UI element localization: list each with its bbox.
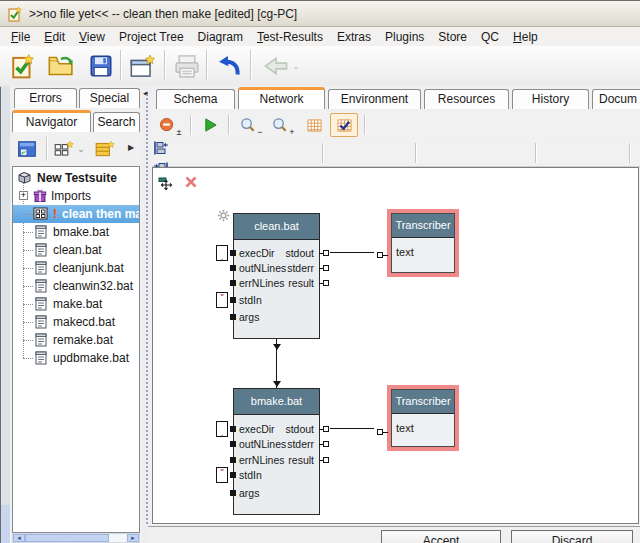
run-button[interactable] — [196, 113, 224, 137]
port-label[interactable]: errNLines — [239, 276, 285, 290]
tree-item-clean[interactable]: clean.bat — [13, 241, 139, 259]
input-port-square[interactable] — [230, 314, 236, 320]
node-clean-bat[interactable]: clean.bat execDirstdout outNLinesstderr … — [233, 213, 320, 339]
remove-minus-button[interactable]: ± — [154, 113, 186, 137]
panel-splitter[interactable]: ◂ — [142, 86, 152, 543]
scrollbar-thumb[interactable]: ··· — [25, 534, 109, 542]
port-label[interactable]: text — [396, 422, 414, 434]
menu-help[interactable]: Help — [506, 28, 545, 46]
reposition-icon[interactable] — [158, 176, 175, 192]
port-label[interactable]: errNLines — [239, 453, 285, 467]
network-diagram-canvas[interactable]: clean.bat execDirstdout outNLinesstderr … — [152, 167, 639, 524]
output-port-square[interactable] — [323, 250, 329, 256]
tab-search[interactable]: Search — [93, 112, 140, 132]
tree-item-makecd[interactable]: makecd.bat — [13, 313, 139, 331]
input-port-square[interactable] — [230, 280, 236, 286]
port-label[interactable]: stdout — [285, 422, 314, 436]
new-testsuite-button[interactable] — [6, 49, 40, 82]
back-button[interactable]: ⌄ — [258, 49, 304, 82]
tab-history[interactable]: History — [512, 89, 589, 109]
connection-stdout-text[interactable] — [330, 252, 374, 253]
tree-item-imports[interactable]: + Imports — [13, 187, 139, 205]
port-label[interactable]: stdIn — [239, 293, 262, 307]
new-group-chevron-icon[interactable]: ⌄ — [77, 144, 85, 154]
tab-resources[interactable]: Resources — [424, 89, 509, 109]
tree-item-make[interactable]: make.bat — [13, 295, 139, 313]
port-label[interactable]: stdIn — [239, 468, 262, 482]
port-label[interactable]: args — [239, 486, 259, 500]
panel-layout-button[interactable] — [12, 135, 42, 162]
menu-plugins[interactable]: Plugins — [378, 28, 431, 46]
tree-item-bmake[interactable]: bmake.bat — [13, 223, 139, 241]
port-label[interactable]: result — [288, 453, 314, 467]
tree-item-root[interactable]: New Testsuite — [13, 169, 139, 187]
tab-network[interactable]: Network — [238, 87, 325, 109]
tree-item-remake[interactable]: remake.bat — [13, 331, 139, 349]
output-port-square[interactable] — [323, 265, 329, 271]
discard-button[interactable]: Discard — [511, 530, 633, 543]
save-button[interactable] — [84, 49, 118, 82]
menu-store[interactable]: Store — [431, 28, 474, 46]
tab-errors[interactable]: Errors — [14, 88, 77, 108]
input-port-square[interactable] — [230, 490, 236, 496]
transcriber-node-selected[interactable]: Transcriber text — [387, 209, 459, 277]
grid-snap-button[interactable] — [330, 113, 358, 137]
toolbar-overflow-icon[interactable]: ▶ — [128, 143, 134, 152]
back-dropdown-chevron-icon[interactable]: ⌄ — [292, 61, 300, 71]
transcriber-node-selected[interactable]: Transcriber text — [387, 385, 459, 451]
menu-diagram[interactable]: Diagram — [191, 28, 250, 46]
node-settings-gear-icon[interactable] — [217, 209, 230, 222]
menu-extras[interactable]: Extras — [330, 28, 378, 46]
input-port-square[interactable] — [230, 265, 236, 271]
literal-value-box[interactable]: . — [216, 245, 228, 261]
output-port-square[interactable] — [323, 280, 329, 286]
node-title[interactable]: clean.bat — [234, 214, 319, 240]
literal-value-box[interactable]: " — [216, 292, 228, 308]
transcriber-title[interactable]: Transcriber — [392, 390, 454, 414]
scroll-left-arrow-icon[interactable]: ◄ — [13, 534, 25, 542]
port-label[interactable]: stderr — [287, 261, 314, 275]
tab-navigator[interactable]: Navigator — [12, 110, 91, 132]
tab-environment[interactable]: Environment — [328, 89, 421, 109]
zoom-in-button[interactable]: + — [268, 113, 298, 137]
input-port-square[interactable] — [230, 472, 236, 478]
undo-button[interactable] — [212, 49, 246, 82]
delete-cross-icon[interactable] — [184, 175, 198, 189]
output-port-square[interactable] — [323, 441, 329, 447]
port-label[interactable]: result — [288, 276, 314, 290]
input-port-square[interactable] — [230, 250, 236, 256]
node-title[interactable]: bmake.bat — [234, 389, 319, 415]
tab-special[interactable]: Special — [79, 88, 140, 108]
tab-documentation[interactable]: Docum — [592, 89, 640, 109]
accept-button[interactable]: Accept — [381, 530, 501, 543]
menu-view[interactable]: View — [72, 28, 112, 46]
menu-test-results[interactable]: Test-Results — [250, 28, 330, 46]
port-label[interactable]: stderr — [287, 437, 314, 451]
node-bmake-bat[interactable]: bmake.bat execDirstdout outNLinesstderr … — [233, 388, 320, 515]
align-left-button[interactable] — [152, 140, 178, 161]
tree-horizontal-scrollbar[interactable]: ◄ ··· ► — [12, 533, 140, 543]
tab-schema[interactable]: Schema — [156, 89, 235, 109]
port-label[interactable]: stdout — [285, 246, 314, 260]
port-label[interactable]: outNLines — [239, 261, 286, 275]
transcriber-title[interactable]: Transcriber — [392, 214, 454, 238]
port-label[interactable]: text — [396, 246, 414, 258]
tree-item-cleanjunk[interactable]: cleanjunk.bat — [13, 259, 139, 277]
new-group-button[interactable]: ⌄ — [50, 135, 88, 162]
grid-button[interactable] — [300, 113, 328, 137]
zoom-out-button[interactable]: − — [236, 113, 266, 137]
tree-item-updbmake[interactable]: updbmake.bat — [13, 349, 139, 367]
new-table-button[interactable] — [90, 135, 120, 162]
title-bar[interactable]: >>no file yet<< -- clean then make [edit… — [0, 1, 640, 27]
input-port-square[interactable] — [230, 297, 236, 303]
port-label[interactable]: args — [239, 310, 259, 324]
tree-item-cleanwin32[interactable]: cleanwin32.bat — [13, 277, 139, 295]
port-label[interactable]: execDir — [239, 422, 275, 436]
scroll-right-arrow-icon[interactable]: ► — [127, 534, 139, 542]
menu-file[interactable]: File — [4, 28, 37, 46]
output-port-square[interactable] — [323, 457, 329, 463]
input-port-square[interactable] — [230, 441, 236, 447]
print-button[interactable] — [170, 49, 204, 82]
input-port-square[interactable] — [230, 426, 236, 432]
input-port-square[interactable] — [230, 457, 236, 463]
